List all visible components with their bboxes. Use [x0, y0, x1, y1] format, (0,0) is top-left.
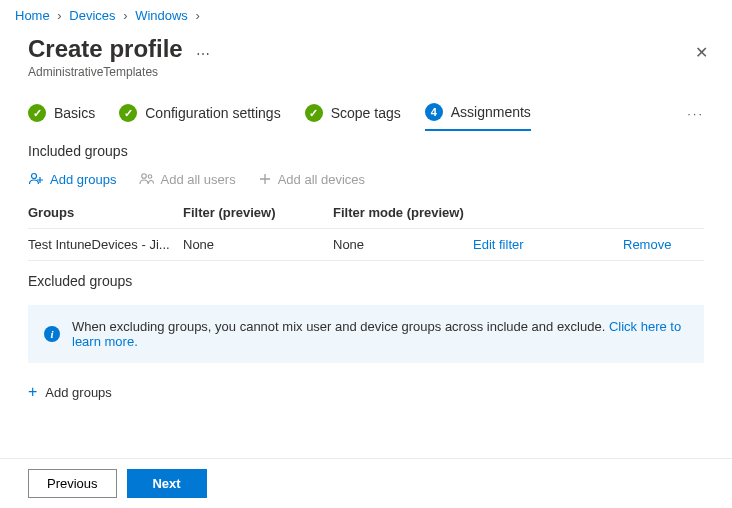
breadcrumb-devices[interactable]: Devices: [69, 8, 115, 23]
people-icon: [139, 171, 155, 187]
tab-label: Basics: [54, 105, 95, 121]
included-toolbar: Add groups Add all users Add all devices: [28, 171, 704, 187]
breadcrumb: Home › Devices › Windows ›: [0, 0, 732, 27]
cell-filter-mode: None: [333, 237, 473, 252]
add-excluded-groups-button[interactable]: + Add groups: [0, 363, 732, 401]
chevron-right-icon: ›: [57, 8, 61, 23]
included-groups-heading: Included groups: [28, 143, 704, 159]
info-icon: i: [44, 326, 60, 342]
page-title: Create profile: [28, 35, 183, 63]
included-groups-table: Groups Filter (preview) Filter mode (pre…: [28, 197, 704, 261]
button-label: Add groups: [45, 385, 112, 400]
next-button[interactable]: Next: [127, 469, 207, 498]
excluded-groups-heading: Excluded groups: [28, 273, 704, 289]
add-all-users-button: Add all users: [139, 171, 236, 187]
table-header: Groups Filter (preview) Filter mode (pre…: [28, 197, 704, 229]
check-icon: ✓: [28, 104, 46, 122]
svg-point-0: [32, 174, 37, 179]
plus-icon: +: [28, 383, 37, 401]
plus-icon: [258, 172, 272, 186]
svg-point-1: [141, 174, 146, 179]
info-message: i When excluding groups, you cannot mix …: [28, 305, 704, 363]
add-all-devices-button: Add all devices: [258, 171, 365, 187]
remove-link[interactable]: Remove: [623, 237, 704, 252]
col-header-groups: Groups: [28, 205, 183, 220]
add-person-icon: [28, 171, 44, 187]
close-icon[interactable]: ✕: [691, 39, 712, 66]
tab-label: Assignments: [451, 104, 531, 120]
table-row: Test IntuneDevices - Ji... None None Edi…: [28, 229, 704, 261]
add-groups-button[interactable]: Add groups: [28, 171, 117, 187]
chevron-right-icon: ›: [196, 8, 200, 23]
check-icon: ✓: [119, 104, 137, 122]
step-number-icon: 4: [425, 103, 443, 121]
more-tabs-icon[interactable]: ···: [687, 106, 704, 129]
button-label: Add all users: [161, 172, 236, 187]
tab-basics[interactable]: ✓ Basics: [28, 104, 95, 130]
tab-label: Configuration settings: [145, 105, 280, 121]
tab-assignments[interactable]: 4 Assignments: [425, 103, 531, 131]
col-header-filter-mode: Filter mode (preview): [333, 205, 473, 220]
cell-filter: None: [183, 237, 333, 252]
button-label: Add groups: [50, 172, 117, 187]
check-icon: ✓: [305, 104, 323, 122]
previous-button[interactable]: Previous: [28, 469, 117, 498]
breadcrumb-windows[interactable]: Windows: [135, 8, 188, 23]
col-header-filter: Filter (preview): [183, 205, 333, 220]
svg-point-2: [148, 175, 152, 179]
wizard-tabs: ✓ Basics ✓ Configuration settings ✓ Scop…: [0, 79, 732, 131]
wizard-footer: Previous Next: [0, 458, 732, 508]
page-subtitle: AdministrativeTemplates: [28, 65, 691, 79]
tab-scope-tags[interactable]: ✓ Scope tags: [305, 104, 401, 130]
more-icon[interactable]: ⋯: [196, 46, 212, 62]
breadcrumb-home[interactable]: Home: [15, 8, 50, 23]
button-label: Add all devices: [278, 172, 365, 187]
edit-filter-link[interactable]: Edit filter: [473, 237, 623, 252]
cell-group-name: Test IntuneDevices - Ji...: [28, 237, 183, 252]
tab-configuration-settings[interactable]: ✓ Configuration settings: [119, 104, 280, 130]
info-text: When excluding groups, you cannot mix us…: [72, 319, 688, 349]
tab-label: Scope tags: [331, 105, 401, 121]
chevron-right-icon: ›: [123, 8, 127, 23]
